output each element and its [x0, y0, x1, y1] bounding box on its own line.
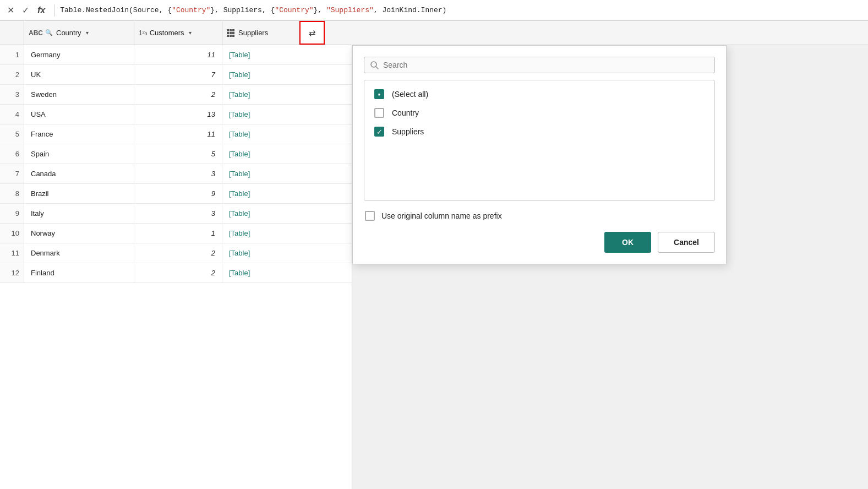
check-icon: ✓	[376, 128, 383, 135]
cell-suppliers[interactable]: [Table]	[222, 263, 299, 282]
table-row: 7 Canada 3 [Table]	[0, 164, 352, 184]
cell-country: Brazil	[24, 184, 134, 203]
country-column-label: Country	[56, 29, 81, 37]
prefix-label: Use original column name as prefix	[381, 211, 502, 220]
cell-rownum: 9	[0, 204, 24, 223]
prefix-row[interactable]: Use original column name as prefix	[364, 211, 715, 221]
cell-country: Spain	[24, 144, 134, 164]
cell-suppliers[interactable]: [Table]	[222, 224, 299, 243]
cell-rownum: 1	[0, 45, 24, 64]
suppliers-option-label: Suppliers	[392, 127, 424, 136]
customers-dropdown-arrow[interactable]: ▾	[189, 30, 192, 36]
cell-customers: 9	[134, 184, 222, 203]
table-container: 1 Germany 11 [Table] 2 UK 7 [Table] 3 Sw…	[0, 45, 868, 489]
cell-customers: 11	[134, 45, 222, 64]
cell-rownum: 10	[0, 224, 24, 243]
cell-customers: 2	[134, 243, 222, 263]
option-country[interactable]: Country	[364, 104, 714, 122]
table-row: 4 USA 13 [Table]	[0, 105, 352, 124]
close-button[interactable]: ✕	[4, 4, 17, 17]
cell-rownum: 4	[0, 105, 24, 124]
prefix-checkbox[interactable]	[365, 211, 375, 221]
table-row: 2 UK 7 [Table]	[0, 65, 352, 85]
cell-customers: 2	[134, 85, 222, 104]
cell-rownum: 12	[0, 263, 24, 282]
suppliers-checkbox[interactable]: ✓	[374, 127, 384, 137]
num-icon: 1²₃	[139, 29, 148, 37]
cell-country: USA	[24, 105, 134, 124]
cell-rownum: 8	[0, 184, 24, 203]
cell-country: Sweden	[24, 85, 134, 104]
expand-icon: ⇄	[309, 28, 316, 38]
select-all-label: (Select all)	[392, 90, 428, 99]
cell-country: Norway	[24, 224, 134, 243]
cancel-button[interactable]: Cancel	[658, 232, 715, 253]
row-num-header	[0, 21, 24, 45]
cell-suppliers[interactable]: [Table]	[222, 124, 299, 144]
option-select-all[interactable]: ▪ (Select all)	[364, 85, 714, 104]
customers-column-label: Customers	[150, 29, 184, 37]
confirm-button[interactable]: ✓	[19, 4, 32, 17]
cell-suppliers[interactable]: [Table]	[222, 105, 299, 124]
cell-country: France	[24, 124, 134, 144]
svg-line-1	[376, 67, 378, 69]
formula-divider	[54, 4, 54, 17]
cell-rownum: 5	[0, 124, 24, 144]
table-row: 9 Italy 3 [Table]	[0, 204, 352, 224]
option-suppliers[interactable]: ✓ Suppliers	[364, 122, 714, 141]
abc-icon: ABC	[29, 29, 43, 37]
data-table: 1 Germany 11 [Table] 2 UK 7 [Table] 3 Sw…	[0, 45, 352, 489]
cell-customers: 2	[134, 263, 222, 282]
cell-suppliers[interactable]: [Table]	[222, 85, 299, 104]
country-option-label: Country	[392, 108, 419, 117]
country-dropdown-arrow[interactable]: ▾	[86, 30, 89, 36]
formula-text: Table.NestedJoin(Source, {"Country"}, Su…	[60, 6, 864, 14]
ok-button[interactable]: OK	[604, 232, 651, 253]
cell-suppliers[interactable]: [Table]	[222, 65, 299, 84]
table-row: 10 Norway 1 [Table]	[0, 224, 352, 243]
cell-country: Denmark	[24, 243, 134, 263]
cell-suppliers[interactable]: [Table]	[222, 164, 299, 183]
formula-bar-controls: ✕ ✓ fx	[4, 4, 48, 17]
cell-customers: 1	[134, 224, 222, 243]
cell-suppliers[interactable]: [Table]	[222, 204, 299, 223]
cell-rownum: 2	[0, 65, 24, 84]
cell-customers: 5	[134, 144, 222, 164]
table-icon	[227, 29, 234, 37]
cell-customers: 3	[134, 164, 222, 183]
table-row: 5 France 11 [Table]	[0, 124, 352, 144]
cell-suppliers[interactable]: [Table]	[222, 184, 299, 203]
table-row: 6 Spain 5 [Table]	[0, 144, 352, 164]
search-box[interactable]	[364, 57, 715, 73]
cell-country: Germany	[24, 45, 134, 64]
column-header-suppliers[interactable]: Suppliers	[222, 21, 299, 45]
cell-rownum: 6	[0, 144, 24, 164]
table-row: 11 Denmark 2 [Table]	[0, 243, 352, 263]
cell-country: Finland	[24, 263, 134, 282]
column-headers: ABC 🔍 Country ▾ 1²₃ Customers ▾ Supplier…	[0, 21, 868, 45]
cell-customers: 3	[134, 204, 222, 223]
partial-check-icon: ▪	[378, 91, 381, 98]
column-header-country[interactable]: ABC 🔍 Country ▾	[24, 21, 134, 45]
suppliers-column-label: Suppliers	[238, 29, 268, 37]
cell-customers: 13	[134, 105, 222, 124]
cell-suppliers[interactable]: [Table]	[222, 243, 299, 263]
cell-customers: 7	[134, 65, 222, 84]
formula-bar: ✕ ✓ fx Table.NestedJoin(Source, {"Countr…	[0, 0, 868, 21]
fx-label: fx	[34, 6, 48, 15]
table-row: 1 Germany 11 [Table]	[0, 45, 352, 65]
column-header-customers[interactable]: 1²₃ Customers ▾	[134, 21, 222, 45]
options-list: ▪ (Select all) Country ✓ Suppliers	[364, 80, 715, 201]
search-small-icon: 🔍	[45, 29, 53, 36]
country-checkbox[interactable]	[374, 108, 384, 118]
expand-dropdown-panel: ▪ (Select all) Country ✓ Suppliers Use o…	[352, 45, 727, 264]
cell-customers: 11	[134, 124, 222, 144]
table-row: 3 Sweden 2 [Table]	[0, 85, 352, 105]
cell-suppliers[interactable]: [Table]	[222, 144, 299, 164]
table-row: 12 Finland 2 [Table]	[0, 263, 352, 283]
search-input[interactable]	[383, 61, 709, 69]
search-icon	[370, 61, 379, 69]
cell-suppliers[interactable]: [Table]	[222, 45, 299, 64]
select-all-checkbox[interactable]: ▪	[374, 89, 384, 99]
expand-column-button[interactable]: ⇄	[299, 21, 325, 45]
